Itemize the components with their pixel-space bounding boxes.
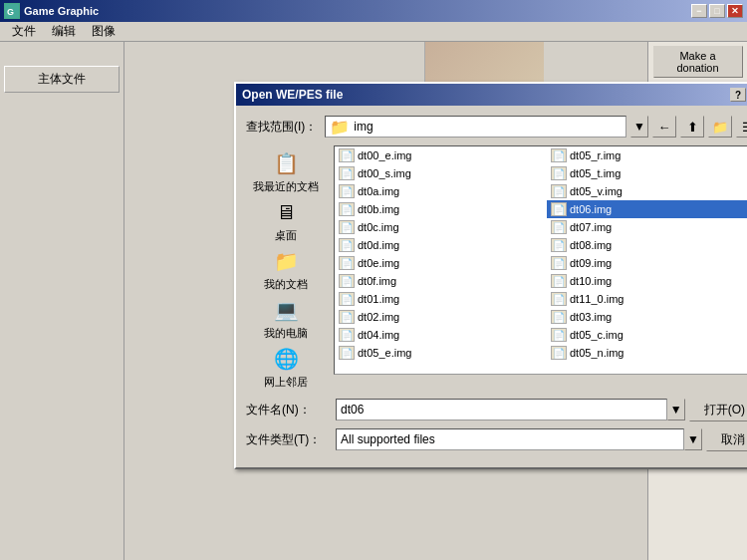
file-item[interactable]: 📄dt01.img [335,290,547,308]
file-type-arrow[interactable]: ▼ [684,428,702,450]
dialog-toolbar: 查找范围(I)： 📁 img ▼ ← ⬆ 📁 ☰ [246,116,747,138]
shortcut-documents[interactable]: 📁 我的文档 [251,247,321,292]
documents-icon: 📁 [270,247,302,275]
shortcut-recent[interactable]: 📋 我最近的文档 [251,149,321,194]
nav-back-button[interactable]: ← [652,116,676,138]
dialog-help-button[interactable]: ? [730,88,746,102]
main-file-button[interactable]: 主体文件 [4,66,120,93]
new-folder-button[interactable]: 📁 [708,116,732,138]
file-item[interactable]: 📄dt05_v.img [547,182,747,200]
file-list-area: 📋 我最近的文档 🖥 桌面 📁 我的文档 [246,145,747,390]
donate-button[interactable]: Make a donation [653,46,743,78]
shortcut-network-label: 网上邻居 [264,375,308,390]
file-name-label: 文件名(N)： [246,402,336,419]
dialog-body: 查找范围(I)： 📁 img ▼ ← ⬆ 📁 ☰ [236,106,747,467]
file-item[interactable]: 📄dt05_n.img [547,344,747,362]
file-icon: 📄 [551,274,567,288]
svg-text:G: G [7,7,14,17]
shortcut-desktop[interactable]: 🖥 桌面 [251,198,321,243]
file-icon: 📄 [339,346,355,360]
file-item[interactable]: 📄dt06.img [547,200,747,218]
app-titlebar: G Game Graphic − □ ✕ [0,0,747,22]
file-icon: 📄 [551,220,567,234]
file-name-value: dt06 [341,403,364,417]
nav-up-button[interactable]: ⬆ [680,116,704,138]
file-icon: 📄 [551,184,567,198]
file-icon: 📄 [339,220,355,234]
shortcut-desktop-label: 桌面 [275,228,297,243]
file-icon: 📄 [339,148,355,162]
shortcut-computer-label: 我的电脑 [264,326,308,341]
file-name-row: 文件名(N)： dt06 ▼ 打开(O) [246,398,747,421]
file-icon: 📄 [339,202,355,216]
app-window-controls: − □ ✕ [691,4,743,18]
file-icon: 📄 [339,328,355,342]
menu-image[interactable]: 图像 [84,21,124,42]
look-in-arrow[interactable]: ▼ [630,116,648,138]
file-icon: 📄 [551,310,567,324]
file-item[interactable]: 📄dt10.img [547,272,747,290]
file-icon: 📄 [339,166,355,180]
shortcut-documents-label: 我的文档 [264,277,308,292]
dialog-title: Open WE/PES file [242,88,730,102]
menu-file[interactable]: 文件 [4,21,44,42]
file-icon: 📄 [551,202,567,216]
app-main: udio Open WE/PES file ? ✕ 查找范围( [124,42,647,560]
file-item[interactable]: 📄dt0e.img [335,254,547,272]
file-item[interactable]: 📄dt11_0.img [547,290,747,308]
file-icon: 📄 [551,148,567,162]
file-item[interactable]: 📄dt07.img [547,218,747,236]
shortcut-network[interactable]: 🌐 网上邻居 [251,345,321,390]
cancel-button[interactable]: 取消 [706,427,747,451]
file-item[interactable]: 📄dt0f.img [335,272,547,290]
file-item[interactable]: 📄dt08.img [547,236,747,254]
close-button[interactable]: ✕ [727,4,743,18]
file-item[interactable]: 📄dt05_e.img [335,344,547,362]
app-window: G Game Graphic − □ ✕ 文件 编辑 图像 主体文件 udio [0,0,747,560]
file-item[interactable]: 📄dt05_t.img [547,164,747,182]
file-list[interactable]: 📄dt00_e.img📄dt05_r.img📄dt00_s.img📄dt05_t… [334,145,747,375]
file-icon: 📄 [551,256,567,270]
file-icon: 📄 [339,256,355,270]
file-item[interactable]: 📄dt0c.img [335,218,547,236]
file-type-label: 文件类型(T)： [246,431,336,448]
app-sidebar: 主体文件 [0,42,124,560]
file-item[interactable]: 📄dt05_c.img [547,326,747,344]
network-icon: 🌐 [270,345,302,373]
file-item[interactable]: 📄dt05_r.img [547,146,747,164]
view-button[interactable]: ☰ [736,116,747,138]
file-item[interactable]: 📄dt0d.img [335,236,547,254]
recent-icon: 📋 [270,149,302,177]
file-type-row: 文件类型(T)： All supported files ▼ 取消 [246,427,747,451]
file-item[interactable]: 📄dt03.img [547,308,747,326]
file-item[interactable]: 📄dt09.img [547,254,747,272]
file-icon: 📄 [339,238,355,252]
open-button[interactable]: 打开(O) [689,398,747,421]
file-type-value: All supported files [341,432,435,446]
file-name-arrow[interactable]: ▼ [667,399,685,420]
shortcut-recent-label: 我最近的文档 [253,179,319,194]
file-icon: 📄 [339,184,355,198]
maximize-button[interactable]: □ [709,4,725,18]
file-item[interactable]: 📄dt02.img [335,308,547,326]
file-item[interactable]: 📄dt0b.img [335,200,547,218]
file-name-input[interactable]: dt06 [336,399,667,420]
file-item[interactable]: 📄dt04.img [335,326,547,344]
open-file-dialog: Open WE/PES file ? ✕ 查找范围(I)： 📁 img [234,82,747,469]
file-item[interactable]: 📄dt00_s.img [335,164,547,182]
minimize-button[interactable]: − [691,4,707,18]
computer-icon: 💻 [270,296,302,324]
app-title: Game Graphic [24,5,691,17]
file-icon: 📄 [339,292,355,306]
file-item[interactable]: 📄dt00_e.img [335,146,547,164]
file-item[interactable]: 📄dt0a.img [335,182,547,200]
look-in-value: img [354,120,373,134]
file-icon: 📄 [551,292,567,306]
look-in-label: 查找范围(I)： [246,119,317,136]
menu-edit[interactable]: 编辑 [44,21,84,42]
file-icon: 📄 [551,166,567,180]
shortcut-computer[interactable]: 💻 我的电脑 [251,296,321,341]
dialog-controls: ? ✕ [730,88,747,102]
look-in-combo[interactable]: 📁 img [325,116,626,138]
file-type-combo[interactable]: All supported files [336,428,684,450]
